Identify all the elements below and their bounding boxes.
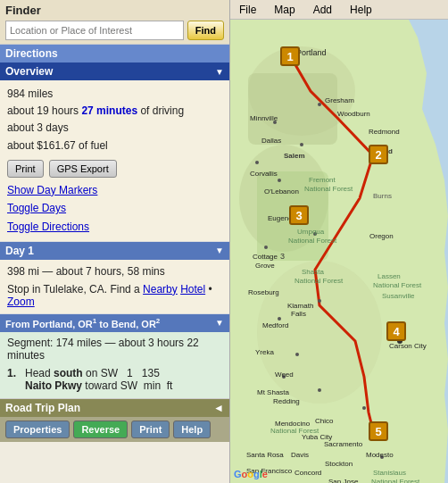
day1-arrow: ▼ [215,246,224,255]
svg-text:Santa Rosa: Santa Rosa [246,451,284,459]
svg-text:National Forest: National Forest [295,277,344,285]
location-input[interactable] [5,21,184,40]
svg-point-10 [300,143,303,146]
naito-ft: ft [167,379,173,392]
overview-label: Overview [5,65,53,78]
naito-min: min [144,379,161,392]
menu-help[interactable]: Help [350,4,372,16]
step1-col1: 1 [127,367,133,379]
step-1: 1. Head south on SW 1 135 Naito Pkwy tow… [7,365,222,394]
marker-1[interactable]: 1 [280,46,300,66]
svg-text:National Forest: National Forest [288,237,337,245]
svg-text:Weed: Weed [275,371,294,379]
svg-text:Umpqua: Umpqua [297,228,325,236]
step1-text: Head south on SW [25,367,118,379]
stat-fuel: about $161.67 of fuel [7,137,222,154]
route-content: Segment: 174 miles — about 3 hours 22 mi… [0,332,229,399]
finder-bar: Finder Find [0,0,229,45]
svg-text:Davis: Davis [291,451,309,459]
svg-text:Minnville: Minnville [250,114,278,122]
directions-label: Directions [5,47,58,60]
svg-text:Chico: Chico [315,417,334,425]
svg-point-23 [362,406,366,410]
step1-num: 1. [7,367,20,379]
marker-4[interactable]: 4 [386,321,406,341]
map-svg: Portland Gresham Minnville Dallas Salem … [230,20,448,483]
svg-point-17 [318,299,321,303]
svg-text:Falls: Falls [291,310,306,318]
svg-text:Redmond: Redmond [369,128,400,136]
menu-add[interactable]: Add [313,4,332,16]
svg-point-8 [318,103,321,106]
overview-header[interactable]: Overview ▼ [0,62,229,80]
map-area[interactable]: Portland Gresham Minnville Dallas Salem … [230,20,448,483]
menu-file[interactable]: File [239,4,256,16]
finder-title: Finder [5,4,224,17]
right-panel: File Map Add Help [230,0,448,483]
left-content: Directions Overview ▼ 984 miles about 19… [0,45,229,483]
day1-header[interactable]: Day 1 ▼ [0,242,229,260]
svg-text:San Jose: San Jose [328,478,359,483]
stat-days: about 3 days [7,120,222,137]
day1-label: Day 1 [5,245,34,257]
rt-help-button[interactable]: Help [173,421,211,438]
toggle-directions-link[interactable]: Toggle Directions [7,218,222,236]
print-button[interactable]: Print [7,160,44,178]
toggle-days-link[interactable]: Toggle Days [7,199,222,217]
svg-point-20 [295,353,299,356]
road-trip-arrow: ◄ [213,402,224,414]
svg-text:Oregon: Oregon [369,232,394,240]
rt-print-button[interactable]: Print [131,421,170,438]
stat-miles: 984 miles [7,86,222,103]
svg-text:3: 3 [280,252,285,261]
links-area: Show Day Markers Toggle Days Toggle Dire… [7,181,222,236]
finder-input-row: Find [5,21,224,40]
properties-button[interactable]: Properties [5,421,70,438]
step1-row2: Naito Pkwy toward SW min ft [25,379,172,392]
zoom-link[interactable]: Zoom [7,296,35,308]
show-day-markers-link[interactable]: Show Day Markers [7,181,222,199]
svg-text:Dallas: Dallas [261,137,281,145]
svg-text:Mt Shasta: Mt Shasta [257,388,290,396]
hotel-link[interactable]: Hotel [180,283,205,296]
gps-export-button[interactable]: GPS Export [49,160,117,178]
step1-row1: Head south on SW 1 135 [25,367,172,379]
step1-detail: Head south on SW 1 135 Naito Pkwy toward… [25,367,172,392]
svg-text:Woodburn: Woodburn [337,110,370,118]
svg-text:Lassen: Lassen [377,272,401,280]
google-logo: Google [234,469,268,479]
menu-map[interactable]: Map [274,4,295,16]
svg-text:Susanville: Susanville [382,292,415,300]
svg-text:Grove: Grove [255,262,275,270]
day1-content: 398 mi — about 7 hours, 58 mins Stop in … [0,260,229,314]
stop-text: Stop in Tulelake, CA. Find a Nearby Hote… [7,283,222,308]
route-header[interactable]: From Portland, OR1 to Bend, OR2 ▼ [0,314,229,332]
road-trip-buttons: Properties Reverse Print Help [0,417,229,442]
step1-col2: 135 [142,367,160,379]
directions-header: Directions [0,45,229,62]
svg-point-22 [318,388,321,392]
svg-text:Shasta: Shasta [302,268,324,276]
marker-5[interactable]: 5 [369,421,388,441]
marker-3[interactable]: 3 [289,205,309,225]
svg-text:Redding: Redding [273,397,300,405]
marker-2[interactable]: 2 [369,145,388,164]
svg-text:Cottage: Cottage [253,253,278,261]
reverse-button[interactable]: Reverse [73,421,128,438]
svg-text:Klamath: Klamath [287,302,313,310]
segment-text: Segment: 174 miles — about 3 hours 22 mi… [7,337,222,362]
route-label: From Portland, OR1 to Bend, OR2 [5,317,160,329]
left-panel: Finder Find Directions Overview ▼ 984 mi… [0,0,230,483]
svg-text:Modesto: Modesto [366,451,394,459]
svg-text:Salem: Salem [284,152,305,160]
svg-text:Gresham: Gresham [325,96,354,104]
find-button[interactable]: Find [187,21,224,40]
route-arrow: ▼ [215,318,224,328]
svg-text:National Forest: National Forest [373,281,422,289]
svg-text:Burns: Burns [373,192,392,200]
button-row: Print GPS Export [7,160,222,178]
svg-text:National Forest: National Forest [304,185,353,193]
nearby-link[interactable]: Nearby [143,283,178,296]
svg-text:Sacramento: Sacramento [324,440,363,448]
menu-bar: File Map Add Help [230,0,448,20]
